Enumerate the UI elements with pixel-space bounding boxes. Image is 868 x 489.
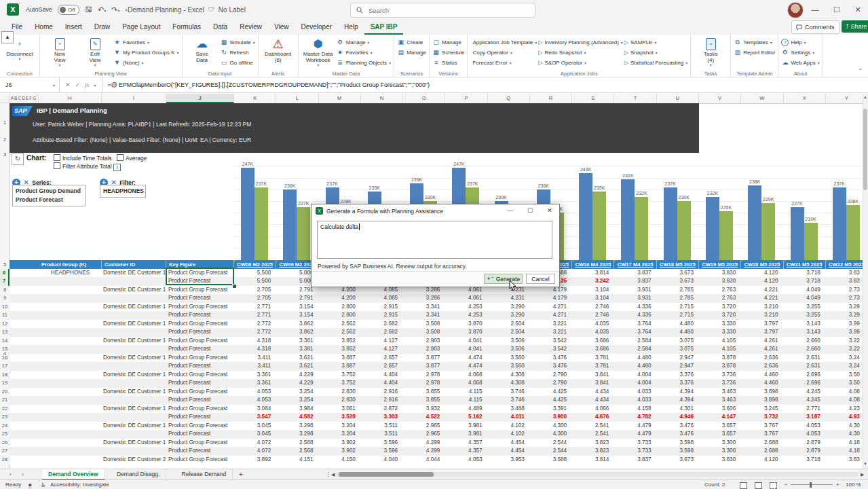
- cell-value[interactable]: 2.688: [741, 447, 778, 455]
- forecast-error-button[interactable]: Forecast Error▾: [470, 58, 537, 67]
- cell-value[interactable]: 3.143: [784, 328, 820, 336]
- cell-key-figure[interactable]: Product Group Forecast: [168, 422, 233, 430]
- row-header-18[interactable]: 18: [0, 371, 10, 379]
- cell-value[interactable]: 4.480: [657, 328, 694, 336]
- dashboard-button[interactable]: ⚠Dashboard(6): [261, 36, 295, 63]
- tasks-button[interactable]: ≡Tasks(4)▾: [694, 36, 728, 68]
- cell-key-figure[interactable]: Product Forecast: [168, 396, 233, 404]
- cell-value[interactable]: 2.636: [741, 354, 778, 362]
- cell-value[interactable]: 4.357: [445, 447, 482, 455]
- refresh-chart-button[interactable]: ↻: [12, 153, 24, 165]
- cell-value[interactable]: 3.411: [234, 362, 271, 370]
- cell-value[interactable]: 4.033: [614, 396, 651, 404]
- cell-value[interactable]: 4.474: [445, 362, 482, 370]
- header-period-CW21[interactable]: CW21 M5 2025: [784, 260, 826, 269]
- undo-icon[interactable]: ↶▾: [98, 5, 106, 14]
- cell-value[interactable]: 4.454: [488, 439, 525, 447]
- row-header-5[interactable]: 5: [0, 260, 10, 269]
- cell-value[interactable]: 2.746: [572, 303, 609, 311]
- cell-value[interactable]: 4.053: [234, 396, 271, 404]
- cell-value[interactable]: 3.50: [826, 371, 860, 379]
- row-header-6[interactable]: 6: [0, 269, 10, 277]
- page-layout-view-icon[interactable]: [755, 482, 762, 489]
- cell-value[interactable]: 4.08: [826, 396, 860, 404]
- cell-value[interactable]: 4.127: [361, 345, 398, 353]
- cell-value[interactable]: 3.560: [488, 354, 525, 362]
- cell-value[interactable]: 4.061: [445, 294, 482, 302]
- cell-value[interactable]: 3.476: [530, 354, 567, 362]
- cell-value[interactable]: 3.361: [234, 379, 271, 387]
- manage-button[interactable]: ⚙Manage▾: [337, 37, 392, 47]
- cell-value[interactable]: 5.162: [445, 413, 482, 421]
- avatar[interactable]: [787, 2, 804, 18]
- cell-value[interactable]: 2.785: [657, 286, 694, 294]
- cell-customer[interactable]: Domestic DE Customer 16: [103, 388, 166, 396]
- cell-key-figure[interactable]: Product Group Forecast: [168, 303, 233, 311]
- cell-value[interactable]: 3.720: [699, 311, 736, 319]
- header-period-CW19[interactable]: CW19 M5 2025: [699, 260, 741, 269]
- cell-value[interactable]: 2.705: [234, 294, 271, 302]
- zoom-level[interactable]: 100 %: [846, 480, 861, 489]
- cell-value[interactable]: 4.425: [530, 388, 567, 396]
- cell-value[interactable]: 4.150: [319, 456, 356, 464]
- column-header-T[interactable]: T: [614, 94, 656, 103]
- cell-value[interactable]: 3.254: [276, 388, 313, 396]
- header-customer-id[interactable]: Customer ID: [102, 260, 166, 269]
- cell-value[interactable]: 4.308: [488, 379, 525, 387]
- cell-value[interactable]: 3.598: [657, 447, 694, 455]
- column-header-P[interactable]: P: [445, 94, 487, 103]
- settings-button[interactable]: ⚙Settings▾: [781, 48, 819, 57]
- cell-value[interactable]: 4.221: [741, 294, 778, 302]
- cell-value[interactable]: 2.504: [488, 320, 525, 328]
- cell-value[interactable]: 2.947: [657, 354, 694, 362]
- cell-key-figure[interactable]: Product Forecast: [168, 447, 233, 455]
- cell-customer[interactable]: Domestic DE Customer 10: [103, 286, 166, 294]
- cell-value[interactable]: 2.903: [403, 337, 440, 345]
- cell-value[interactable]: 3.837: [614, 277, 651, 285]
- cell-value[interactable]: 2.688: [741, 439, 778, 447]
- cell-value[interactable]: 3.932: [403, 405, 440, 413]
- cell-value[interactable]: 3.187: [784, 413, 820, 421]
- cell-value[interactable]: 4.253: [445, 303, 482, 311]
- cell-value[interactable]: 2.879: [784, 447, 820, 455]
- cell-value[interactable]: 3.621: [276, 354, 313, 362]
- cell-value[interactable]: 4.357: [445, 439, 482, 447]
- cell-value[interactable]: 4.782: [614, 413, 651, 421]
- search-input[interactable]: [367, 6, 506, 15]
- cell-value[interactable]: 3.83: [826, 456, 860, 464]
- cell-key-figure[interactable]: Product Forecast: [168, 294, 233, 302]
- row-header-8[interactable]: 8: [0, 286, 10, 294]
- cell-value[interactable]: 4.474: [445, 354, 482, 362]
- cell-value[interactable]: 4.004: [614, 371, 651, 379]
- my-product-groups-k-button[interactable]: ▼My Product Groups K▾: [113, 48, 179, 57]
- cell-value[interactable]: 4.229: [276, 379, 313, 387]
- column-header-I[interactable]: I: [102, 94, 166, 103]
- row-header-10[interactable]: 10: [0, 303, 10, 311]
- cell-value[interactable]: 4.23: [826, 405, 860, 413]
- cell-customer[interactable]: Domestic DE Customer 19: [103, 439, 166, 447]
- checkbox-include-time-totals[interactable]: Include Time Totals: [54, 154, 112, 162]
- cell-value[interactable]: 3.732: [741, 413, 778, 421]
- cell-value[interactable]: 5.000: [276, 269, 313, 277]
- cell-value[interactable]: 4.300: [530, 422, 567, 430]
- cell-value[interactable]: 3.506: [488, 345, 525, 353]
- cell-value[interactable]: 3.254: [276, 396, 313, 404]
- share-button[interactable]: ⤴Share▾: [842, 20, 868, 33]
- cell-value[interactable]: 4.245: [784, 396, 820, 404]
- cell-value[interactable]: 3.204: [319, 430, 356, 438]
- checkbox-filter-attribute-total[interactable]: Filter Attribute Total i: [54, 162, 121, 171]
- sheet-tab-demand-overview[interactable]: Demand Overview: [42, 469, 105, 480]
- cell-value[interactable]: 4.18: [826, 439, 860, 447]
- cell-value[interactable]: 4.299: [403, 439, 440, 447]
- cell-value[interactable]: 3.154: [276, 303, 313, 311]
- selection-fill-handle[interactable]: [232, 284, 237, 289]
- cell-value[interactable]: 4.120: [741, 456, 778, 464]
- cell-value[interactable]: 2.631: [784, 354, 820, 362]
- cell-value[interactable]: 2.830: [319, 388, 356, 396]
- cell-value[interactable]: 3.830: [699, 456, 736, 464]
- tab-sap-ibp[interactable]: SAP IBP: [364, 19, 404, 35]
- cell-value[interactable]: 4.053: [445, 456, 482, 464]
- cell-value[interactable]: 4.231: [488, 294, 525, 302]
- series-item[interactable]: Product Forecast: [16, 196, 82, 204]
- cell-value[interactable]: 3.797: [741, 328, 778, 336]
